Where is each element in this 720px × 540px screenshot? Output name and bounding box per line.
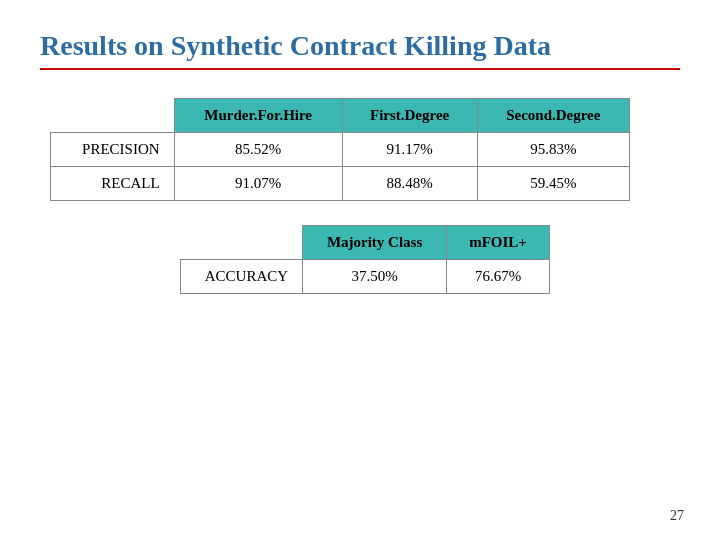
table-row: RECALL 91.07% 88.48% 59.45% [51,167,630,201]
page-container: Results on Synthetic Contract Killing Da… [0,0,720,540]
recall-murder: 91.07% [174,167,342,201]
col-header-majority: Majority Class [303,226,447,260]
table-row: ACCURACY 37.50% 76.67% [181,260,550,294]
accuracy-mfoil: 76.67% [447,260,550,294]
table-row: PRECISION 85.52% 91.17% 95.83% [51,133,630,167]
page-number: 27 [670,508,684,524]
content-area: Murder.For.Hire First.Degree Second.Degr… [40,98,680,294]
recall-first: 88.48% [342,167,477,201]
col-header-murder: Murder.For.Hire [174,99,342,133]
page-title: Results on Synthetic Contract Killing Da… [40,30,680,62]
col-header-second: Second.Degree [477,99,629,133]
empty-corner-2 [181,226,303,260]
precision-murder: 85.52% [174,133,342,167]
col-header-mfoil: mFOIL+ [447,226,550,260]
accuracy-majority: 37.50% [303,260,447,294]
row-label-precision: PRECISION [51,133,175,167]
accuracy-table: Majority Class mFOIL+ ACCURACY 37.50% 76… [180,225,550,294]
precision-second: 95.83% [477,133,629,167]
col-header-first: First.Degree [342,99,477,133]
precision-recall-table: Murder.For.Hire First.Degree Second.Degr… [50,98,630,201]
empty-corner [51,99,175,133]
title-underline [40,68,680,70]
recall-second: 59.45% [477,167,629,201]
row-label-recall: RECALL [51,167,175,201]
precision-first: 91.17% [342,133,477,167]
row-label-accuracy: ACCURACY [181,260,303,294]
